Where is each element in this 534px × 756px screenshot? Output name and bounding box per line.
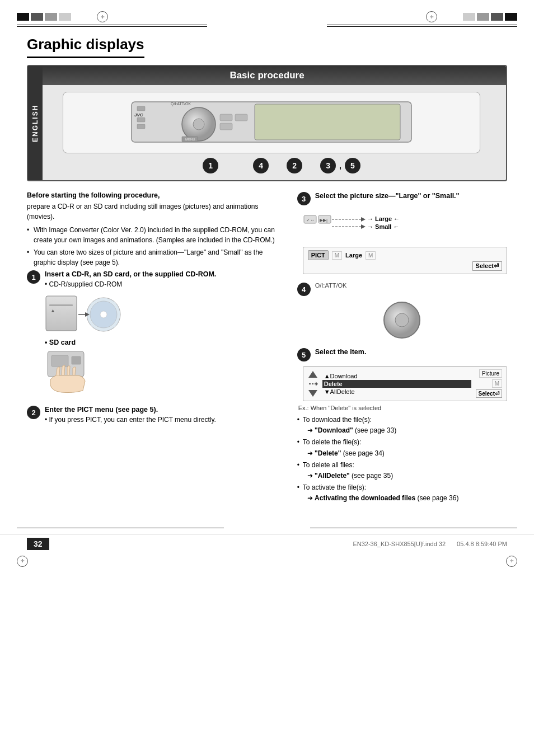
svg-rect-23 [51,355,68,367]
svg-rect-24 [72,356,81,364]
right-column: 3 Select the picture size—"Large" or "Sm… [297,191,507,512]
menu-item-alldelete: ▼AllDelete [322,388,471,396]
step4-heading: 4 O/I:ATT/OK [297,282,507,296]
svg-marker-30 [361,217,366,222]
step5-display: ▲Download Delete ▼AllDelete Picture M Se… [303,366,507,401]
svg-rect-13 [255,104,400,140]
svg-point-19 [100,311,107,318]
pict-m-left: M [332,251,342,260]
top-rule2-right [327,26,517,27]
svg-marker-32 [361,224,366,229]
intro-bold: Before starting the following procedure, [27,191,284,199]
svg-rect-4 [137,124,145,129]
step2-sub: • If you press PICT, you can enter the P… [45,415,216,425]
file-ref: EN32-36_KD-SHX855[U]f.indd 32 [353,541,446,547]
step3-text: Select the picture size—"Large" or "Smal… [315,191,460,201]
main-section: ENGLISH Basic procedure JVC Q/I:ATT/OK [27,65,507,181]
svg-rect-15 [49,304,73,306]
sd-card-svg [45,349,112,396]
svg-text:→ Small ←: → Small ← [367,223,399,230]
pict-m-right: M [366,251,376,260]
step1-section: 1 Insert a CD-R, an SD card, or the supp… [27,270,284,396]
svg-text:▶▶|: ▶▶| [320,218,327,223]
deco-left: ✛ [17,11,108,22]
section-header: Basic procedure [28,66,506,85]
svg-marker-40 [308,390,317,397]
step5-bullet-1: To download the file(s): ➜ "Download" (s… [297,415,507,436]
bottom-deco-left: ✛ [17,556,28,567]
english-sidebar-label: ENGLISH [28,66,43,180]
sd-label: • SD card [45,339,284,346]
page-title: Graphic displays [27,36,144,58]
step5-arrow-1: ➜ "Download" (see page 33) [303,426,396,434]
two-column-layout: Before starting the following procedure,… [27,191,507,512]
intro-body: prepare a CD-R or an SD card including s… [27,201,284,222]
step5-picture-label: Picture [479,369,502,378]
bottom-rule-right [310,528,517,528]
svg-point-36 [395,313,409,327]
page-number: 32 [27,538,49,550]
step2-num: 2 [27,406,40,419]
steps-row: 1 4 2 3 , 5 [45,158,498,173]
deco-block-3 [45,13,57,21]
step5-nav [308,370,318,397]
step3-num: 3 [297,192,311,205]
step5-arrow-2: ➜ "Delete" (see page 34) [303,449,385,457]
svg-marker-39 [316,382,318,386]
step5-bullet-4: To activate the file(s): ➜ Activating th… [297,482,507,504]
device-svg: JVC Q/I:ATT/OK [126,96,417,149]
svg-rect-9 [235,114,247,121]
svg-text:✓↔: ✓↔ [306,218,315,223]
step5-m: M [492,379,502,388]
pict-display: PICT M Large M [308,250,502,260]
svg-rect-8 [220,114,232,121]
bullet-1: With Image Converter (Color Ver. 2.0) in… [27,225,284,245]
step5-up-arrow-svg [308,370,318,378]
pict-icon: PICT [308,250,329,260]
step-circle-1: 1 [203,158,218,173]
step5-text: Select the item. [315,348,367,358]
cd-reader-svg: ▲ [45,293,123,335]
step5-right-panel: Picture M Select⏎ [476,369,502,398]
step-circle-2: 2 [287,158,302,173]
step4-knob-label: O/I:ATT/OK [315,282,347,289]
ok-knob-svg [382,300,421,340]
bottom-bar: 32 EN32-36_KD-SHX855[U]f.indd 32 05.4.8 … [0,534,534,553]
step5-arrow-4: ➜ Activating the downloaded files (see p… [303,494,459,502]
svg-text:Q/I:ATT/OK: Q/I:ATT/OK [171,102,191,106]
step1-num: 1 [27,270,40,284]
deco-block-4 [59,13,71,21]
deco-block-6 [477,13,489,21]
bullet-2: You can store two sizes of picture and a… [27,247,284,267]
step5-heading: 5 Select the item. [297,348,507,361]
ex-note: Ex.: When "Delete" is selected [298,405,507,411]
device-image: JVC Q/I:ATT/OK [63,92,480,153]
reg-circle-right: ✛ [426,11,437,22]
step5-arrow-3: ➜ "AllDelete" (see page 35) [303,472,393,480]
step5-bullet-3: To delete all files: ➜ "AllDelete" (see … [297,460,507,481]
deco-block-8 [505,13,517,21]
pict-select: Select⏎ [472,261,502,271]
step5-select: Select⏎ [476,389,502,398]
deco-block-2 [31,13,43,21]
step5-num: 5 [297,348,311,361]
top-rule-left [17,25,207,25]
svg-rect-14 [46,296,77,331]
step-circle-4: 4 [253,158,269,173]
menu-item-download: ▲Download [322,372,471,380]
step4-num: 4 [297,283,311,296]
menu-item-delete: Delete [322,380,471,388]
svg-marker-37 [308,371,317,378]
svg-text:▲: ▲ [50,308,55,313]
deco-right: ✛ [426,11,517,22]
reg-circle-left: ✛ [97,11,108,22]
svg-rect-10 [220,123,232,130]
pict-large-option: Large [345,252,362,259]
svg-text:JVC: JVC [134,112,143,118]
top-rule-right [327,25,517,25]
bottom-deco-right: ✛ [506,556,517,567]
page-container: ✛ ✛ Graphic displays ENGLISH Basic proce… [0,0,534,756]
section-inner: JVC Q/I:ATT/OK [28,85,506,180]
left-column: Before starting the following procedure,… [27,191,284,512]
step5-down-arrow-svg [308,389,318,397]
